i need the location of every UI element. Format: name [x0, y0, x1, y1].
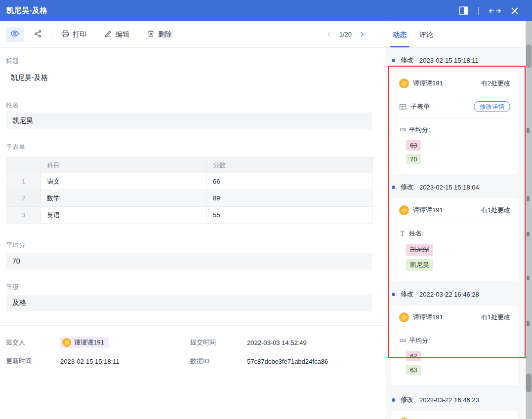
- close-icon[interactable]: [511, 7, 518, 14]
- edit-button[interactable]: 编辑: [104, 30, 129, 39]
- field-title-label: 标题: [6, 57, 372, 66]
- changed-field-name: 平均分:: [409, 125, 430, 134]
- submit-time-label: 提交时间: [190, 338, 247, 347]
- activity-action: 修改: [401, 290, 413, 299]
- preview-eye-button[interactable]: [6, 27, 24, 42]
- activity-action: 修改: [401, 395, 413, 404]
- record-toolbar: 打印 编辑 删除 1/20: [0, 21, 385, 48]
- scrollbar-thumb[interactable]: [526, 44, 532, 68]
- user-avatar: [62, 338, 71, 347]
- text-field-icon: [399, 230, 409, 237]
- number-field-icon: 123: [399, 338, 409, 343]
- toolbar-divider: [52, 30, 52, 39]
- data-id-value: 57c87dcbe3fe71abd24fca86: [247, 358, 328, 365]
- field-name-label: 姓名: [6, 101, 372, 110]
- subform-corner-cell: [6, 157, 41, 173]
- field-grade: 等级 及格: [6, 283, 372, 311]
- titlebar-divider: [478, 7, 479, 15]
- delete-label: 删除: [158, 30, 172, 39]
- field-title-value: 凯尼昊-及格: [11, 74, 372, 82]
- field-subform: 子表单 科目 分数 1 语文 66 2 数学 89: [6, 143, 372, 224]
- table-row: 1 语文 66: [6, 173, 373, 190]
- row-number: 2: [6, 190, 41, 207]
- activity-time: 2023-02-15 15:18:11: [419, 57, 479, 64]
- panel-toggle-icon[interactable]: [459, 6, 468, 15]
- changed-field-name: 平均分:: [409, 336, 430, 345]
- scrollbar[interactable]: [526, 21, 532, 419]
- user-avatar: [399, 78, 409, 88]
- print-label: 打印: [73, 30, 86, 39]
- activity-header: 修改 2022-03-22 16:46:28: [391, 290, 518, 299]
- old-value-chip: 63: [406, 140, 421, 151]
- activity-feed: 修改 2023-02-15 15:18:11 谭谭谭191 有2处更改 子表单 …: [386, 48, 525, 419]
- activity-card: 谭谭谭191 有1处更改 123 平均分: 62 63: [391, 305, 518, 385]
- activity-panel: 动态 评论 修改 2023-02-15 15:18:11 谭谭谭191 有2处更…: [386, 21, 525, 419]
- activity-card: 谭谭谭191 有1处更改 姓名: 凯尼深 凯尼昊: [391, 198, 518, 281]
- field-name: 姓名 凯尼昊: [6, 101, 372, 129]
- user-avatar: [399, 205, 409, 215]
- expand-horizontal-icon[interactable]: [489, 8, 501, 14]
- activity-user-name: 谭谭谭191: [413, 313, 443, 322]
- data-id-label: 数据ID: [190, 357, 247, 366]
- record-pager: 1/20: [326, 31, 365, 38]
- tab-comments[interactable]: 评论: [419, 31, 433, 47]
- old-value-chip: 62: [406, 351, 421, 361]
- change-count: 有2处更改: [481, 79, 510, 88]
- subform-col-subject: 科目: [41, 157, 207, 173]
- activity-time: 2022-03-22 16:46:28: [419, 291, 479, 298]
- activity-action: 修改: [401, 56, 413, 65]
- field-name-value: 凯尼昊: [6, 113, 372, 129]
- new-value-chip: 63: [406, 365, 421, 375]
- subform-table: 科目 分数 1 语文 66 2 数学 89 3 英语 55: [6, 157, 373, 224]
- field-title: 标题 凯尼昊-及格: [6, 57, 372, 82]
- tab-activity[interactable]: 动态: [393, 31, 407, 47]
- prev-record-icon[interactable]: [326, 31, 332, 38]
- scrollbar-thumb[interactable]: [526, 374, 532, 392]
- field-average: 平均分 70: [6, 241, 372, 269]
- activity-card: 谭谭谭191 有2处更改 子表单 修改详情 123 平均分: 63 70: [391, 72, 518, 174]
- timeline-dot-icon: [392, 186, 395, 189]
- activity-user-name: 谭谭谭191: [413, 206, 443, 215]
- edge-fragment: [527, 196, 530, 201]
- record-meta: 提交人 谭谭谭191 提交时间 2022-03-03 14:52:49 更新时间…: [6, 337, 372, 366]
- table-row: 3 英语 55: [6, 207, 373, 224]
- window-controls: [459, 6, 518, 15]
- share-icon: [34, 30, 42, 39]
- titlebar: 凯尼昊-及格: [0, 0, 532, 21]
- old-value-chip: 凯尼深: [406, 244, 433, 256]
- user-avatar: [399, 312, 409, 322]
- print-button[interactable]: 打印: [61, 30, 86, 39]
- record-form: 标题 凯尼昊-及格 姓名 凯尼昊 子表单 科目 分数 1 语文 66: [0, 48, 385, 366]
- activity-time: 2022-03-22 16:46:23: [419, 396, 479, 404]
- activity-card: 谭谭谭191: [391, 411, 518, 419]
- changed-field-name: 子表单: [410, 102, 430, 111]
- cell-subject: 语文: [41, 173, 207, 190]
- share-button[interactable]: [34, 30, 42, 39]
- edge-fragment: [527, 276, 530, 280]
- changed-field-name: 姓名:: [409, 229, 424, 238]
- submitter-name: 谭谭谭191: [74, 338, 104, 347]
- next-record-icon[interactable]: [359, 31, 365, 38]
- submit-time-value: 2022-03-03 14:52:49: [247, 339, 307, 346]
- timeline-dot-icon: [392, 398, 395, 402]
- timeline-dot-icon: [392, 293, 395, 296]
- delete-button[interactable]: 删除: [147, 30, 172, 39]
- printer-icon: [61, 30, 69, 39]
- cell-score: 55: [207, 207, 373, 224]
- subform-header-row: 科目 分数: [6, 157, 373, 173]
- activity-header: 修改 2023-02-15 15:18:11: [391, 56, 518, 65]
- submitter-label: 提交人: [6, 338, 60, 347]
- field-grade-label: 等级: [6, 283, 372, 292]
- record-detail-pane: 打印 编辑 删除 1/20 标题 凯尼昊-及格: [0, 21, 385, 419]
- activity-user-name: 谭谭谭191: [413, 79, 443, 88]
- pencil-icon: [104, 30, 112, 39]
- field-average-label: 平均分: [6, 241, 372, 250]
- cell-subject: 数学: [41, 190, 207, 207]
- change-detail-button[interactable]: 修改详情: [474, 101, 510, 112]
- edge-fragment: [527, 321, 530, 326]
- cell-score: 89: [207, 190, 373, 207]
- submitter-tag[interactable]: 谭谭谭191: [60, 337, 109, 348]
- change-count: 有1处更改: [481, 313, 510, 322]
- update-time-value: 2023-02-15 15:18:11: [60, 358, 120, 365]
- cell-subject: 英语: [41, 207, 207, 224]
